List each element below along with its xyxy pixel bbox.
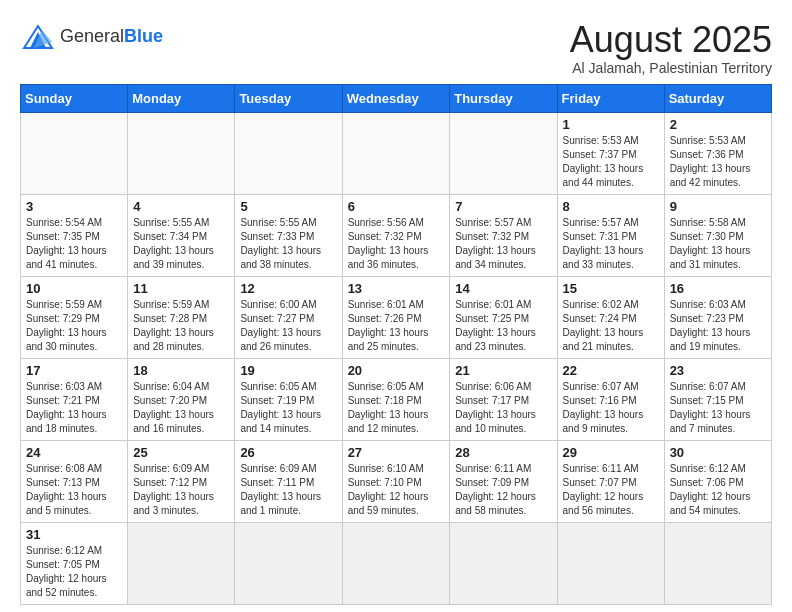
day-number: 22 <box>563 363 659 378</box>
week-row-4: 24Sunrise: 6:08 AM Sunset: 7:13 PM Dayli… <box>21 440 772 522</box>
day-info: Sunrise: 6:04 AM Sunset: 7:20 PM Dayligh… <box>133 380 229 436</box>
day-number: 13 <box>348 281 445 296</box>
day-cell: 1Sunrise: 5:53 AM Sunset: 7:37 PM Daylig… <box>557 112 664 194</box>
month-title: August 2025 <box>570 20 772 60</box>
day-cell: 6Sunrise: 5:56 AM Sunset: 7:32 PM Daylig… <box>342 194 450 276</box>
day-info: Sunrise: 5:55 AM Sunset: 7:34 PM Dayligh… <box>133 216 229 272</box>
day-cell <box>342 522 450 604</box>
day-cell: 25Sunrise: 6:09 AM Sunset: 7:12 PM Dayli… <box>128 440 235 522</box>
day-info: Sunrise: 5:56 AM Sunset: 7:32 PM Dayligh… <box>348 216 445 272</box>
day-number: 23 <box>670 363 766 378</box>
header: GeneralBlue August 2025 Al Jalamah, Pale… <box>20 20 772 76</box>
location-subtitle: Al Jalamah, Palestinian Territory <box>570 60 772 76</box>
day-info: Sunrise: 6:03 AM Sunset: 7:23 PM Dayligh… <box>670 298 766 354</box>
day-number: 10 <box>26 281 122 296</box>
day-info: Sunrise: 6:10 AM Sunset: 7:10 PM Dayligh… <box>348 462 445 518</box>
day-cell: 30Sunrise: 6:12 AM Sunset: 7:06 PM Dayli… <box>664 440 771 522</box>
day-number: 14 <box>455 281 551 296</box>
week-row-5: 31Sunrise: 6:12 AM Sunset: 7:05 PM Dayli… <box>21 522 772 604</box>
day-cell: 22Sunrise: 6:07 AM Sunset: 7:16 PM Dayli… <box>557 358 664 440</box>
day-info: Sunrise: 6:09 AM Sunset: 7:11 PM Dayligh… <box>240 462 336 518</box>
day-number: 3 <box>26 199 122 214</box>
day-cell: 8Sunrise: 5:57 AM Sunset: 7:31 PM Daylig… <box>557 194 664 276</box>
day-cell: 27Sunrise: 6:10 AM Sunset: 7:10 PM Dayli… <box>342 440 450 522</box>
day-info: Sunrise: 6:00 AM Sunset: 7:27 PM Dayligh… <box>240 298 336 354</box>
day-info: Sunrise: 6:05 AM Sunset: 7:19 PM Dayligh… <box>240 380 336 436</box>
day-header-tuesday: Tuesday <box>235 84 342 112</box>
day-cell: 16Sunrise: 6:03 AM Sunset: 7:23 PM Dayli… <box>664 276 771 358</box>
day-cell: 4Sunrise: 5:55 AM Sunset: 7:34 PM Daylig… <box>128 194 235 276</box>
day-cell: 20Sunrise: 6:05 AM Sunset: 7:18 PM Dayli… <box>342 358 450 440</box>
day-cell <box>557 522 664 604</box>
logo-icon <box>20 20 56 52</box>
day-info: Sunrise: 5:59 AM Sunset: 7:28 PM Dayligh… <box>133 298 229 354</box>
day-number: 25 <box>133 445 229 460</box>
day-number: 4 <box>133 199 229 214</box>
day-info: Sunrise: 5:57 AM Sunset: 7:31 PM Dayligh… <box>563 216 659 272</box>
day-cell: 23Sunrise: 6:07 AM Sunset: 7:15 PM Dayli… <box>664 358 771 440</box>
day-header-friday: Friday <box>557 84 664 112</box>
day-cell: 14Sunrise: 6:01 AM Sunset: 7:25 PM Dayli… <box>450 276 557 358</box>
day-cell: 11Sunrise: 5:59 AM Sunset: 7:28 PM Dayli… <box>128 276 235 358</box>
day-header-monday: Monday <box>128 84 235 112</box>
day-cell <box>128 522 235 604</box>
week-row-3: 17Sunrise: 6:03 AM Sunset: 7:21 PM Dayli… <box>21 358 772 440</box>
day-cell: 15Sunrise: 6:02 AM Sunset: 7:24 PM Dayli… <box>557 276 664 358</box>
day-cell <box>128 112 235 194</box>
day-cell: 7Sunrise: 5:57 AM Sunset: 7:32 PM Daylig… <box>450 194 557 276</box>
day-cell: 13Sunrise: 6:01 AM Sunset: 7:26 PM Dayli… <box>342 276 450 358</box>
day-info: Sunrise: 5:58 AM Sunset: 7:30 PM Dayligh… <box>670 216 766 272</box>
day-cell <box>342 112 450 194</box>
day-cell: 18Sunrise: 6:04 AM Sunset: 7:20 PM Dayli… <box>128 358 235 440</box>
day-number: 20 <box>348 363 445 378</box>
day-cell: 2Sunrise: 5:53 AM Sunset: 7:36 PM Daylig… <box>664 112 771 194</box>
day-info: Sunrise: 5:55 AM Sunset: 7:33 PM Dayligh… <box>240 216 336 272</box>
day-number: 8 <box>563 199 659 214</box>
days-header-row: SundayMondayTuesdayWednesdayThursdayFrid… <box>21 84 772 112</box>
day-cell: 10Sunrise: 5:59 AM Sunset: 7:29 PM Dayli… <box>21 276 128 358</box>
day-cell <box>21 112 128 194</box>
day-info: Sunrise: 6:06 AM Sunset: 7:17 PM Dayligh… <box>455 380 551 436</box>
day-cell: 3Sunrise: 5:54 AM Sunset: 7:35 PM Daylig… <box>21 194 128 276</box>
day-number: 7 <box>455 199 551 214</box>
day-cell <box>235 112 342 194</box>
day-cell <box>450 522 557 604</box>
day-number: 30 <box>670 445 766 460</box>
title-area: August 2025 Al Jalamah, Palestinian Terr… <box>570 20 772 76</box>
day-header-wednesday: Wednesday <box>342 84 450 112</box>
day-number: 5 <box>240 199 336 214</box>
day-info: Sunrise: 5:53 AM Sunset: 7:37 PM Dayligh… <box>563 134 659 190</box>
day-number: 28 <box>455 445 551 460</box>
day-cell <box>450 112 557 194</box>
day-number: 31 <box>26 527 122 542</box>
day-cell <box>664 522 771 604</box>
day-cell: 21Sunrise: 6:06 AM Sunset: 7:17 PM Dayli… <box>450 358 557 440</box>
day-info: Sunrise: 6:07 AM Sunset: 7:15 PM Dayligh… <box>670 380 766 436</box>
day-cell: 24Sunrise: 6:08 AM Sunset: 7:13 PM Dayli… <box>21 440 128 522</box>
day-number: 26 <box>240 445 336 460</box>
day-cell: 19Sunrise: 6:05 AM Sunset: 7:19 PM Dayli… <box>235 358 342 440</box>
day-number: 6 <box>348 199 445 214</box>
day-cell: 28Sunrise: 6:11 AM Sunset: 7:09 PM Dayli… <box>450 440 557 522</box>
day-number: 9 <box>670 199 766 214</box>
day-cell: 17Sunrise: 6:03 AM Sunset: 7:21 PM Dayli… <box>21 358 128 440</box>
day-number: 1 <box>563 117 659 132</box>
day-info: Sunrise: 5:54 AM Sunset: 7:35 PM Dayligh… <box>26 216 122 272</box>
day-info: Sunrise: 6:07 AM Sunset: 7:16 PM Dayligh… <box>563 380 659 436</box>
day-cell: 12Sunrise: 6:00 AM Sunset: 7:27 PM Dayli… <box>235 276 342 358</box>
day-number: 15 <box>563 281 659 296</box>
week-row-2: 10Sunrise: 5:59 AM Sunset: 7:29 PM Dayli… <box>21 276 772 358</box>
day-cell: 5Sunrise: 5:55 AM Sunset: 7:33 PM Daylig… <box>235 194 342 276</box>
day-cell: 29Sunrise: 6:11 AM Sunset: 7:07 PM Dayli… <box>557 440 664 522</box>
week-row-1: 3Sunrise: 5:54 AM Sunset: 7:35 PM Daylig… <box>21 194 772 276</box>
day-info: Sunrise: 6:12 AM Sunset: 7:06 PM Dayligh… <box>670 462 766 518</box>
day-info: Sunrise: 6:08 AM Sunset: 7:13 PM Dayligh… <box>26 462 122 518</box>
day-info: Sunrise: 5:53 AM Sunset: 7:36 PM Dayligh… <box>670 134 766 190</box>
day-number: 18 <box>133 363 229 378</box>
day-info: Sunrise: 6:01 AM Sunset: 7:25 PM Dayligh… <box>455 298 551 354</box>
day-info: Sunrise: 6:01 AM Sunset: 7:26 PM Dayligh… <box>348 298 445 354</box>
day-info: Sunrise: 6:03 AM Sunset: 7:21 PM Dayligh… <box>26 380 122 436</box>
day-number: 11 <box>133 281 229 296</box>
day-number: 12 <box>240 281 336 296</box>
day-cell: 9Sunrise: 5:58 AM Sunset: 7:30 PM Daylig… <box>664 194 771 276</box>
